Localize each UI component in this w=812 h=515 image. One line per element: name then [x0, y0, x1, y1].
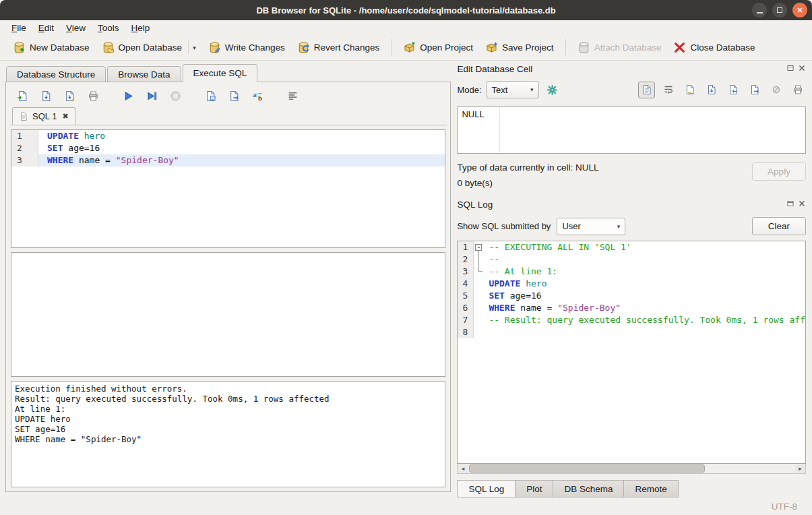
open-database-icon	[102, 41, 115, 54]
horizontal-scrollbar[interactable]: ◂ ▸	[457, 464, 806, 474]
close-tab-icon[interactable]: ✖	[62, 112, 68, 121]
attach-database-button: Attach Database	[571, 38, 668, 57]
sql-toolbar: ab	[9, 85, 447, 107]
save-sql-file-button[interactable]	[37, 87, 55, 104]
cell-settings-button[interactable]	[544, 81, 561, 98]
menubar: FileEditViewToolsHelp	[0, 20, 812, 35]
execute-all-button[interactable]	[119, 87, 137, 104]
menu-tools[interactable]: Tools	[92, 22, 125, 34]
scrollbar-thumb[interactable]	[469, 464, 705, 473]
cell-editor[interactable]: NULL	[457, 107, 806, 154]
submitted-by-select[interactable]: User ▾	[557, 218, 625, 235]
stop-execution-icon	[170, 90, 181, 102]
export-data-button[interactable]	[746, 82, 763, 98]
save-data-icon	[706, 84, 717, 95]
line-number: 7	[458, 314, 474, 326]
message-pane: Execution finished without errors.Result…	[11, 381, 445, 487]
tab-remote[interactable]: Remote	[623, 480, 678, 497]
tab-sql-log[interactable]: SQL Log	[457, 480, 516, 497]
open-project-icon	[403, 41, 416, 54]
app-window: DB Browser for SQLite - /home/user/code/…	[0, 0, 812, 61]
tab-sql-1[interactable]: SQL 1 ✖	[12, 107, 75, 125]
undock-icon[interactable]	[786, 64, 794, 74]
fold-marker	[474, 253, 485, 266]
close-panel-icon[interactable]	[798, 200, 806, 210]
open-sql-file-button[interactable]	[13, 87, 31, 104]
import-data-button[interactable]	[724, 82, 741, 98]
execute-sql-panel: ab SQL 1 ✖ 1UPDATE hero2SET age=163WHERE…	[5, 82, 451, 492]
mode-value: Text	[492, 85, 508, 95]
chevron-down-icon: ▾	[613, 223, 621, 230]
print-cell-button[interactable]	[789, 82, 806, 98]
mode-select[interactable]: Text ▾	[487, 81, 539, 98]
settings-icon	[546, 84, 558, 96]
menu-edit[interactable]: Edit	[32, 22, 60, 34]
execute-current-line-button[interactable]	[143, 87, 160, 104]
import-data-icon	[728, 84, 739, 95]
left-pane: Database StructureBrowse DataExecute SQL…	[0, 61, 451, 497]
save-project-label: Save Project	[502, 42, 554, 53]
attach-database-icon	[577, 41, 590, 54]
save-project-button[interactable]: Save Project	[479, 38, 560, 57]
code-text: -- EXECUTING ALL IN 'SQL 1'	[485, 241, 805, 253]
close-database-button[interactable]: Close Database	[667, 38, 761, 57]
write-changes-button[interactable]: Write Changes	[202, 38, 291, 57]
close-panel-icon[interactable]	[798, 64, 806, 74]
sql-log-filter: Show SQL submitted by User ▾ Clear	[457, 217, 806, 235]
tab-browse-data[interactable]: Browse Data	[107, 66, 181, 82]
cell-size-text: 0 byte(s)	[457, 178, 752, 188]
tab-execute-sql[interactable]: Execute SQL	[183, 64, 258, 82]
save-sql-file-icon	[40, 90, 52, 102]
code-line-8: 8	[458, 326, 805, 338]
code-line-4: 4UPDATE hero	[458, 278, 805, 290]
close-button[interactable]: ✕	[792, 3, 807, 18]
toolbar-separator	[565, 39, 566, 56]
sql-tab-bar: SQL 1 ✖	[9, 107, 447, 125]
window-title: DB Browser for SQLite - /home/user/code/…	[256, 5, 555, 16]
open-sql-tab-button[interactable]	[201, 87, 219, 104]
save-sql-file-as-button[interactable]	[61, 87, 78, 104]
text-mode-button[interactable]	[638, 82, 655, 98]
edit-cell-header: Edit Database Cell	[457, 62, 806, 75]
message-line: At line 1:	[15, 404, 441, 414]
code-text	[485, 326, 805, 338]
print-cell-icon	[792, 84, 803, 95]
open-project-button[interactable]: Open Project	[397, 38, 479, 57]
new-database-button[interactable]: New Database	[7, 38, 96, 57]
code-line-2: 2--	[458, 253, 805, 266]
tab-database-structure[interactable]: Database Structure	[6, 66, 106, 82]
menu-file[interactable]: File	[5, 22, 32, 34]
menu-view[interactable]: View	[60, 22, 92, 34]
sql-log-view[interactable]: 1--- EXECUTING ALL IN 'SQL 1'2--3-- At l…	[457, 241, 806, 464]
auto-format-button[interactable]	[284, 87, 301, 104]
open-data-button[interactable]	[681, 82, 698, 98]
scroll-right-icon[interactable]: ▸	[795, 464, 805, 473]
toolbar-separator	[391, 39, 392, 56]
scrollbar-track[interactable]	[468, 464, 795, 473]
sql-editor[interactable]: 1UPDATE hero2SET age=163WHERE name = "Sp…	[11, 129, 445, 248]
word-wrap-button[interactable]	[660, 82, 677, 98]
execute-current-line-icon	[146, 90, 158, 102]
open-database-dropdown-arrow[interactable]: ▾	[188, 41, 196, 54]
write-changes-label: Write Changes	[225, 42, 285, 53]
close-database-icon	[673, 41, 686, 54]
save-data-button[interactable]	[703, 82, 720, 98]
undock-icon[interactable]	[786, 200, 794, 210]
maximize-button[interactable]	[772, 3, 787, 18]
revert-changes-button[interactable]: Revert Changes	[291, 38, 386, 57]
open-database-button[interactable]: Open Database▾	[96, 38, 202, 57]
line-number: 8	[458, 326, 474, 338]
message-line: SET age=16	[15, 424, 441, 434]
export-sql-button[interactable]	[225, 87, 243, 104]
scroll-left-icon[interactable]: ◂	[458, 464, 468, 473]
clear-button[interactable]: Clear	[752, 217, 806, 235]
print-sql-button[interactable]	[84, 87, 102, 104]
fold-marker[interactable]: -	[474, 241, 485, 253]
minimize-button[interactable]	[752, 3, 767, 18]
message-line: WHERE name = "Spider-Boy"	[15, 434, 441, 444]
tab-db-schema[interactable]: DB Schema	[553, 480, 624, 497]
menu-help[interactable]: Help	[125, 22, 156, 34]
line-number: 2	[11, 142, 38, 154]
find-replace-button[interactable]: ab	[249, 87, 266, 104]
tab-plot[interactable]: Plot	[515, 480, 553, 497]
